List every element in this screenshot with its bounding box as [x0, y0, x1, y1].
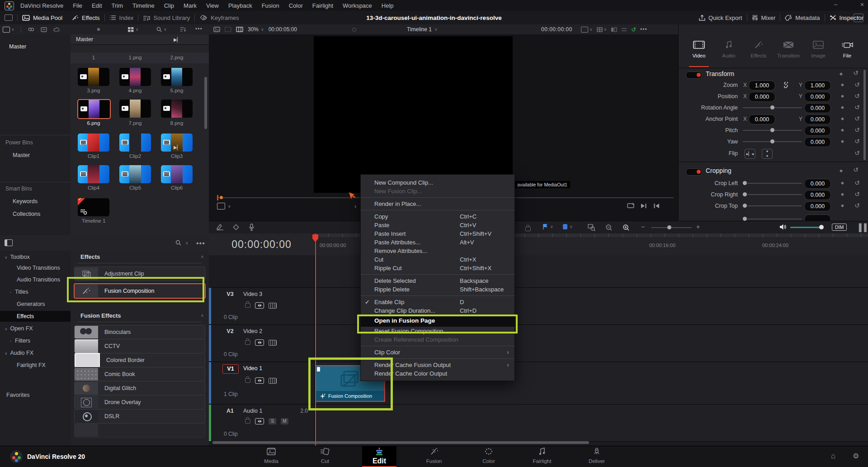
menu-item-davinci-resolve[interactable]: DaVinci Resolve	[20, 2, 64, 9]
keyframe-icon[interactable]: ◆	[841, 128, 844, 132]
position-x-field[interactable]: 0.000	[749, 92, 775, 102]
keyframe-icon[interactable]: ◆	[841, 192, 844, 196]
clip-label[interactable]: Clip1	[78, 153, 109, 159]
menu-item-paste-insert[interactable]: Paste InsertCtrl+Shift+V	[361, 229, 514, 238]
menu-item-fusion[interactable]: Fusion	[261, 2, 280, 9]
link-icon[interactable]	[783, 82, 789, 88]
toolbox-filters[interactable]: ›Filters	[0, 335, 71, 346]
menu-item-enable-clip[interactable]: ✓Enable ClipD	[361, 298, 514, 306]
clip-duration-field[interactable]: 00:00:05:00	[269, 26, 297, 33]
zoom-fit-icon[interactable]	[605, 224, 613, 231]
viewer-options-icon[interactable]: •••	[640, 26, 647, 33]
track-badge-a1[interactable]: A1	[222, 407, 238, 415]
media-thumb-5png[interactable]	[161, 68, 193, 86]
timeline-zoom-knob[interactable]	[667, 225, 671, 229]
menu-item-timeline[interactable]: Timeline	[132, 2, 155, 9]
menu-item-delete-selected[interactable]: Delete SelectedBackspace	[361, 276, 514, 285]
pool-view-mode[interactable]: ∨	[128, 24, 139, 34]
media-thumb-6png-selected[interactable]	[77, 99, 111, 119]
mixer-toggle[interactable]: Mixer	[747, 11, 780, 24]
effect-dslr[interactable]: DSLR	[74, 409, 205, 424]
rotation-field[interactable]: 0.000	[804, 103, 831, 113]
trim-edit-mode-icon[interactable]	[216, 224, 224, 231]
sound-library-toggle[interactable]: Sound Library	[138, 11, 194, 24]
bin-master[interactable]: Master	[9, 43, 26, 50]
pool-search[interactable]: ∨	[156, 24, 167, 34]
smart-bin-keywords[interactable]: Keywords	[13, 198, 38, 205]
reset-icon[interactable]: ↺	[854, 81, 860, 88]
zoom-in-button[interactable]: +	[696, 223, 700, 230]
page-tab-edit-active[interactable]: Edit	[362, 446, 396, 467]
inspector-tab-effects[interactable]: Effects	[744, 41, 773, 58]
toolbox-titles[interactable]: ›Titles	[0, 286, 71, 297]
media-pool-scrollbar[interactable]	[204, 77, 207, 129]
media-thumb-timeline1[interactable]: ✓	[78, 198, 109, 216]
keyframes-toggle[interactable]: Keyframes	[195, 11, 243, 24]
menu-item-file[interactable]: File	[72, 2, 83, 9]
pitch-field[interactable]: 0.000	[804, 126, 831, 136]
crop-left-slider[interactable]	[747, 183, 802, 184]
page-tab-media[interactable]: Media	[253, 448, 289, 464]
viewer-mode-select[interactable]: ∨	[581, 27, 593, 33]
inspector-scrollbar[interactable]	[863, 70, 866, 160]
clip-label[interactable]: 3.png	[78, 88, 109, 93]
reset-icon[interactable]: ↺	[854, 179, 860, 186]
menu-item-view[interactable]: View	[206, 2, 219, 9]
track-film-icon[interactable]	[269, 378, 277, 384]
meters-icon[interactable]: ▐▐	[856, 224, 867, 232]
crop-right-field[interactable]: 0.000	[804, 190, 831, 200]
menu-item-render-in-place[interactable]: Render in Place...	[361, 200, 514, 208]
dual-view-icon[interactable]	[225, 27, 231, 32]
effects-panel-toggle-icon[interactable]	[5, 239, 13, 246]
menu-item-ripple-cut[interactable]: Ripple CutCtrl+Shift+X	[361, 264, 514, 272]
solo-button[interactable]: S	[269, 418, 276, 424]
track-film-icon[interactable]	[269, 303, 277, 309]
track-badge-v1-selected[interactable]: V1	[222, 364, 239, 374]
pool-panel-toggle[interactable]: ∨	[3, 27, 14, 33]
zoom-out-button[interactable]: −	[641, 223, 645, 230]
menu-item-fairlight[interactable]: Fairlight	[312, 2, 334, 9]
collapse-left-icon[interactable]: ‹	[354, 203, 356, 210]
effects-options-icon[interactable]: •••	[196, 239, 205, 248]
reset-icon[interactable]: ↺	[854, 115, 860, 122]
timeline-h-scrollbar[interactable]	[212, 441, 589, 444]
effect-binoculars[interactable]: Binoculars	[74, 325, 205, 339]
keyframe-icon[interactable]: ◆	[841, 105, 844, 110]
toolbox-open-fx[interactable]: ∨Open FX	[0, 323, 71, 334]
effect-comic-book[interactable]: Comic Book	[74, 367, 205, 381]
effect-digital-glitch[interactable]: Digital Glitch	[74, 381, 205, 396]
page-tab-cut[interactable]: Cut	[307, 448, 343, 464]
effects-search-chevron[interactable]: ∨	[185, 241, 189, 245]
keyframe-icon[interactable]: ◆	[841, 203, 844, 208]
page-tab-deliver[interactable]: Deliver	[579, 448, 615, 464]
anchor-y-field[interactable]: 0.000	[804, 114, 831, 124]
menu-item-change-clip-duration[interactable]: Change Clip Duration...Ctrl+D	[361, 306, 514, 315]
viewer-tool-select[interactable]: ∨	[217, 203, 231, 210]
microphone-icon[interactable]	[249, 224, 255, 231]
zoom-custom-icon[interactable]	[622, 224, 630, 231]
metadata-toggle[interactable]: Metadata	[780, 11, 824, 24]
dim-button[interactable]: DIM	[832, 224, 847, 231]
flip-vertical-button[interactable]: ▾▴	[762, 149, 773, 159]
clip-label[interactable]: Clip3	[161, 153, 193, 159]
menu-item-open-in-fusion-page[interactable]: Open in Fusion Page	[361, 315, 514, 327]
clip-label[interactable]: Clip6	[161, 185, 193, 191]
clip-label[interactable]: 6.png	[78, 120, 109, 126]
effects-section-collapse-icon[interactable]: ∧	[201, 254, 204, 259]
effects-search-icon[interactable]	[175, 240, 181, 246]
playhead-line[interactable]	[315, 234, 316, 446]
window-close-button[interactable]: ×	[860, 1, 864, 8]
crop-top-slider[interactable]	[747, 205, 802, 206]
media-thumb-8png[interactable]	[161, 100, 193, 118]
lock-icon[interactable]	[245, 303, 250, 308]
anchor-x-field[interactable]: 0.000	[749, 114, 775, 124]
zoom-x-field[interactable]: 1.000	[749, 81, 775, 91]
clip-label[interactable]: 4.png	[119, 88, 151, 93]
pool-options-icon[interactable]: •••	[195, 26, 203, 32]
crop-left-knob[interactable]	[743, 181, 747, 185]
keyframe-icon[interactable]: ◆	[841, 116, 844, 121]
crop-right-slider[interactable]	[747, 194, 802, 195]
crop-top-knob[interactable]	[743, 204, 747, 208]
yaw-knob[interactable]	[770, 139, 774, 143]
menu-item-paste-attributes[interactable]: Paste Attributes...Alt+V	[361, 238, 514, 247]
